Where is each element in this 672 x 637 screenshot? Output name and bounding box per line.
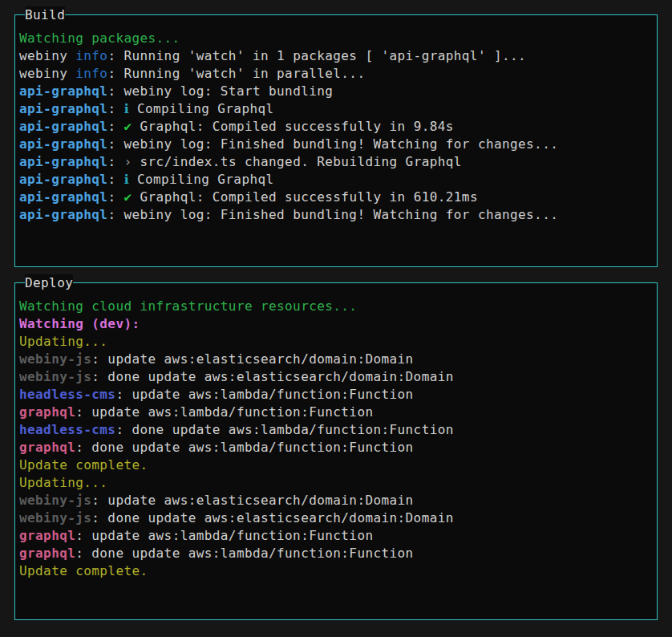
- package-name: api-graphql: [19, 154, 107, 169]
- text-segment: : update aws:elasticsearch/domain:Domain: [91, 493, 413, 508]
- text-segment: :: [107, 154, 123, 169]
- package-name: graphql: [19, 546, 75, 561]
- text-segment: : webiny log: Finished bundling! Watchin…: [107, 136, 558, 152]
- terminal-line: webiny info: Running 'watch' in parallel…: [19, 65, 654, 83]
- chevron-icon: ›: [123, 154, 132, 169]
- package-name: graphql: [19, 440, 75, 455]
- terminal-line: api-graphql: ✔ Graphql: Compiled success…: [19, 189, 654, 206]
- text-segment: : done update aws:lambda/function:Functi…: [115, 422, 453, 437]
- terminal-line: graphql: update aws:lambda/function:Func…: [19, 527, 654, 545]
- terminal-line: graphql: done update aws:lambda/function…: [19, 545, 654, 562]
- text-segment: src/index.ts changed. Rebuilding Graphql: [132, 154, 462, 169]
- text-segment: : done update aws:lambda/function:Functi…: [75, 546, 413, 561]
- terminal-line: api-graphql: ✔ Graphql: Compiled success…: [19, 118, 654, 136]
- package-name: webiny-js: [19, 493, 91, 508]
- text-segment: Updating...: [19, 475, 107, 490]
- package-name: webiny-js: [19, 510, 91, 525]
- package-name: api-graphql: [19, 172, 107, 187]
- package-name: graphql: [19, 528, 75, 543]
- terminal-line: api-graphql: › src/index.ts changed. Reb…: [19, 153, 654, 171]
- text-segment: Compiling Graphql: [129, 172, 274, 187]
- success-check-icon: ✔: [123, 119, 132, 134]
- terminal-output: Watching packages...webiny info: Running…: [15, 15, 657, 224]
- text-segment: info: [75, 48, 107, 63]
- text-segment: :: [107, 119, 123, 134]
- text-segment: webiny: [19, 48, 75, 63]
- package-name: api-graphql: [19, 136, 107, 152]
- text-segment: : done update aws:lambda/function:Functi…: [75, 440, 413, 455]
- terminal-line: Watching cloud infrastructure resources.…: [19, 298, 654, 315]
- package-name: api-graphql: [19, 207, 107, 222]
- text-segment: : update aws:elasticsearch/domain:Domain: [91, 351, 413, 367]
- package-name: webiny-js: [19, 351, 91, 367]
- text-segment: Graphql: Compiled successfully in 610.21…: [132, 189, 478, 205]
- terminal-output: Watching cloud infrastructure resources.…: [15, 283, 657, 580]
- text-segment: Update complete.: [19, 457, 148, 473]
- text-segment: : Running 'watch' in 1 packages [ 'api-g…: [107, 48, 526, 63]
- terminal-line: webiny info: Running 'watch' in 1 packag…: [19, 47, 654, 65]
- text-segment: Watching packages...: [19, 30, 180, 46]
- text-segment: webiny: [19, 66, 75, 81]
- terminal-line: api-graphql: ℹ Compiling Graphql: [19, 100, 654, 118]
- text-segment: : update aws:lambda/function:Function: [115, 387, 413, 402]
- package-name: webiny-js: [19, 369, 91, 384]
- package-name: headless-cms: [19, 422, 115, 437]
- text-segment: : done update aws:elasticsearch/domain:D…: [91, 369, 453, 384]
- terminal-line: api-graphql: webiny log: Finished bundli…: [19, 206, 654, 224]
- text-segment: Updating...: [19, 334, 107, 349]
- terminal-line: Watching (dev):: [19, 315, 654, 333]
- terminal-line: Updating...: [19, 333, 654, 351]
- terminal-line: Update complete.: [19, 562, 654, 580]
- terminal-line: Updating...: [19, 474, 654, 492]
- text-segment: Graphql: Compiled successfully in 9.84s: [132, 119, 454, 134]
- text-segment: Watching (dev):: [19, 316, 140, 331]
- deploy-panel: Deploy Watching cloud infrastructure res…: [14, 282, 658, 620]
- text-segment: Compiling Graphql: [129, 101, 274, 116]
- deploy-panel-title: Deploy: [25, 274, 73, 292]
- package-name: graphql: [19, 404, 75, 420]
- text-segment: :: [107, 101, 123, 116]
- text-segment: info: [75, 66, 107, 81]
- text-segment: : update aws:lambda/function:Function: [75, 528, 373, 543]
- terminal-line: headless-cms: update aws:lambda/function…: [19, 386, 654, 404]
- terminal-line: webiny-js: update aws:elasticsearch/doma…: [19, 351, 654, 368]
- terminal-line: api-graphql: ℹ Compiling Graphql: [19, 171, 654, 189]
- package-name: headless-cms: [19, 387, 115, 402]
- text-segment: : update aws:lambda/function:Function: [75, 404, 373, 420]
- text-segment: : done update aws:elasticsearch/domain:D…: [91, 510, 453, 525]
- terminal-line: graphql: done update aws:lambda/function…: [19, 439, 654, 456]
- text-segment: :: [107, 189, 123, 205]
- text-segment: : Running 'watch' in parallel...: [107, 66, 365, 81]
- text-segment: Update complete.: [19, 563, 148, 578]
- text-segment: Watching cloud infrastructure resources.…: [19, 298, 357, 314]
- build-panel-title: Build: [25, 6, 65, 24]
- terminal-line: graphql: update aws:lambda/function:Func…: [19, 404, 654, 421]
- terminal-line: Update complete.: [19, 456, 654, 474]
- terminal-line: headless-cms: done update aws:lambda/fun…: [19, 421, 654, 439]
- package-name: api-graphql: [19, 189, 107, 205]
- text-segment: : webiny log: Start bundling: [107, 83, 333, 99]
- package-name: api-graphql: [19, 119, 107, 134]
- terminal-line: api-graphql: webiny log: Finished bundli…: [19, 136, 654, 153]
- text-segment: : webiny log: Finished bundling! Watchin…: [107, 207, 558, 222]
- text-segment: :: [107, 172, 123, 187]
- terminal-line: Watching packages...: [19, 30, 654, 47]
- success-check-icon: ✔: [123, 189, 132, 205]
- build-panel: Build Watching packages...webiny info: R…: [14, 14, 658, 267]
- terminal-line: api-graphql: webiny log: Start bundling: [19, 83, 654, 100]
- package-name: api-graphql: [19, 83, 107, 99]
- terminal-line: webiny-js: done update aws:elasticsearch…: [19, 509, 654, 527]
- terminal-line: webiny-js: done update aws:elasticsearch…: [19, 368, 654, 386]
- package-name: api-graphql: [19, 101, 107, 116]
- terminal-line: webiny-js: update aws:elasticsearch/doma…: [19, 492, 654, 509]
